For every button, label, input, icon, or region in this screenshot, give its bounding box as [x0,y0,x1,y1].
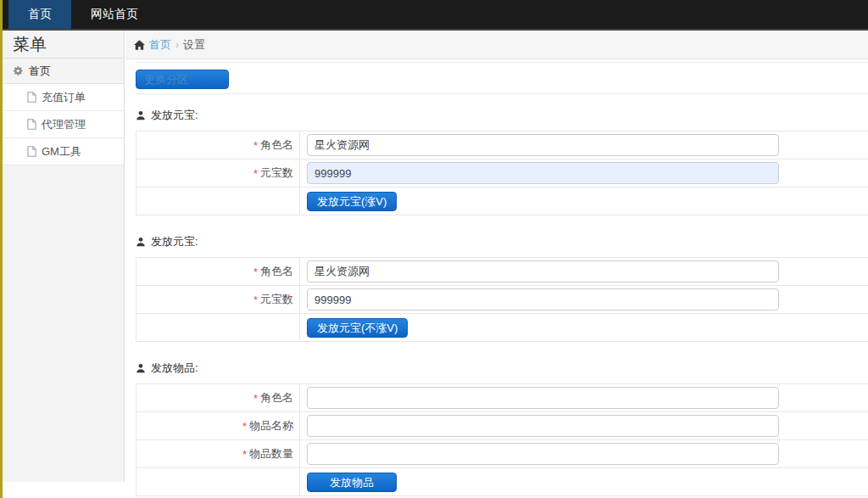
top-navbar: 首页 网站首页 [0,0,868,31]
field-label-text: 角色名 [260,390,293,406]
required-mark: * [242,448,247,461]
field-label: * 角色名 [136,384,300,411]
field-label-empty [136,468,300,495]
required-mark: * [253,266,258,278]
required-mark: * [253,392,258,405]
grant-yuanbao-2-form: * 角色名 * 元宝数 发放元宝(不涨V) [136,257,868,342]
field-label: * 物品名称 [136,412,300,439]
gear-icon [13,65,24,76]
sidebar-item-recharge-orders[interactable]: 充值订单 [3,84,124,111]
yuanbao-amount-input-2[interactable] [307,288,779,311]
sidebar-item-recharge-orders-label: 充值订单 [42,90,86,105]
form-row: * 角色名 [136,258,868,286]
item-name-input[interactable] [307,415,779,437]
nav-tab-site-home[interactable]: 网站首页 [71,0,158,29]
required-mark: * [253,294,258,306]
field-label-text: 物品名称 [249,418,293,434]
sidebar-item-agent-management[interactable]: 代理管理 [3,111,124,138]
field-cell [300,440,868,467]
field-label-empty [136,187,300,215]
document-icon [27,92,36,103]
form-row: * 元宝数 [136,286,868,314]
form-row: 发放元宝(涨V) [136,187,868,215]
field-label-text: 元宝数 [260,165,293,181]
person-icon [136,363,146,373]
form-row: * 元宝数 [136,159,868,187]
section-title-grant-yuanbao-2: 发放元宝: [136,234,868,249]
form-row: 发放元宝(不涨V) [136,314,868,342]
field-cell: 发放元宝(涨V) [300,187,868,215]
grant-items-button[interactable]: 发放物品 [307,473,397,492]
field-label-text: 角色名 [260,137,293,153]
grant-yuanbao-vip-button[interactable]: 发放元宝(涨V) [307,192,397,211]
field-label-text: 物品数量 [249,446,293,462]
form-row: * 物品数量 [136,440,868,468]
item-quantity-input[interactable] [307,443,779,465]
change-zone-button[interactable]: 更换分区 [136,70,229,89]
main-area: 首页 › 设置 更换分区 发放元宝: * 角色名 [125,31,868,498]
grant-yuanbao-novip-button[interactable]: 发放元宝(不涨V) [307,318,408,338]
field-label: * 角色名 [136,131,300,159]
person-icon [136,237,146,247]
required-mark: * [253,167,258,180]
section-title-grant-items: 发放物品: [136,361,868,376]
sidebar-item-agent-management-label: 代理管理 [42,117,86,132]
window-edge-strip [0,0,3,498]
nav-tab-home-label: 首页 [28,7,52,22]
person-icon [136,110,146,120]
field-cell [300,286,868,313]
field-cell [300,258,868,285]
breadcrumb: 首页 › 设置 [125,31,868,59]
sidebar: 菜单 首页 充值订单 代理管理 GM [3,31,125,482]
home-icon [134,40,145,50]
field-cell: 发放物品 [300,468,868,495]
zone-tab-bar: 更换分区 [136,62,868,94]
content-panel: 更换分区 发放元宝: * 角色名 * [125,62,868,496]
section-title-text: 发放元宝: [151,108,198,123]
field-label: * 角色名 [136,258,300,285]
role-name-input[interactable] [307,134,779,156]
yuanbao-amount-input[interactable] [307,162,779,184]
field-label: * 元宝数 [136,286,300,313]
breadcrumb-home-link[interactable]: 首页 [149,37,171,53]
field-cell [300,412,868,439]
document-icon [27,146,36,157]
field-label: * 元宝数 [136,159,300,187]
field-label-empty [136,314,300,341]
breadcrumb-separator: › [175,39,179,51]
field-label-text: 角色名 [260,264,293,279]
nav-tab-site-home-label: 网站首页 [91,7,138,22]
field-cell [300,159,868,187]
form-row: * 角色名 [136,131,868,159]
role-name-input-2[interactable] [307,260,779,283]
form-row: * 角色名 [136,384,868,412]
nav-tab-home[interactable]: 首页 [8,0,71,29]
grant-yuanbao-1-form: * 角色名 * 元宝数 发放元宝(涨V) [136,131,868,215]
form-row: 发放物品 [136,468,868,496]
form-row: * 物品名称 [136,412,868,440]
field-label-text: 元宝数 [260,292,293,307]
field-cell [300,131,868,159]
field-label: * 物品数量 [136,440,300,467]
field-cell [300,384,868,411]
sidebar-item-gm-tools[interactable]: GM工具 [3,138,124,165]
item-role-name-input[interactable] [307,387,779,409]
section-title-text: 发放物品: [151,361,198,376]
sidebar-item-gm-tools-label: GM工具 [42,144,81,159]
required-mark: * [253,139,258,152]
sidebar-item-home-label: 首页 [29,64,51,79]
section-title-text: 发放元宝: [151,234,198,249]
breadcrumb-current: 设置 [183,37,205,53]
sidebar-item-home[interactable]: 首页 [3,59,124,84]
document-icon [27,119,36,130]
required-mark: * [242,420,247,433]
section-title-grant-yuanbao-1: 发放元宝: [136,108,868,123]
grant-items-form: * 角色名 * 物品名称 * 物品数量 [136,383,868,496]
field-cell: 发放元宝(不涨V) [300,314,868,341]
sidebar-title: 菜单 [3,31,124,59]
